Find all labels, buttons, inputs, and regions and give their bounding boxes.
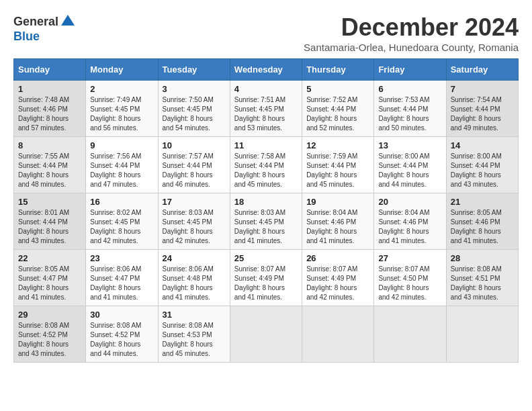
day-info: Sunrise: 8:00 AMSunset: 4:44 PMDaylight:… xyxy=(451,152,514,189)
calendar-cell: 14Sunrise: 8:00 AMSunset: 4:44 PMDayligh… xyxy=(446,137,518,193)
day-number: 23 xyxy=(90,253,153,263)
calendar-header-row: SundayMondayTuesdayWednesdayThursdayFrid… xyxy=(14,59,519,81)
day-info: Sunrise: 7:59 AMSunset: 4:44 PMDaylight:… xyxy=(306,152,369,189)
day-number: 25 xyxy=(234,253,298,263)
logo-general: General xyxy=(13,15,58,29)
day-info: Sunrise: 7:56 AMSunset: 4:44 PMDaylight:… xyxy=(90,152,153,189)
day-info: Sunrise: 8:07 AMSunset: 4:49 PMDaylight:… xyxy=(306,265,369,302)
calendar-title: December 2024 xyxy=(304,13,519,42)
calendar-cell: 19Sunrise: 8:04 AMSunset: 4:46 PMDayligh… xyxy=(302,193,374,250)
day-number: 13 xyxy=(378,140,441,150)
calendar-cell: 10Sunrise: 7:57 AMSunset: 4:44 PMDayligh… xyxy=(158,137,230,193)
calendar-cell: 20Sunrise: 8:04 AMSunset: 4:46 PMDayligh… xyxy=(374,193,446,250)
logo-icon xyxy=(60,13,76,30)
day-info: Sunrise: 8:08 AMSunset: 4:51 PMDaylight:… xyxy=(451,265,514,302)
day-info: Sunrise: 8:06 AMSunset: 4:47 PMDaylight:… xyxy=(90,265,153,302)
day-info: Sunrise: 8:01 AMSunset: 4:44 PMDaylight:… xyxy=(18,208,81,246)
day-number: 5 xyxy=(306,84,369,94)
day-number: 3 xyxy=(163,84,226,94)
calendar-cell: 28Sunrise: 8:08 AMSunset: 4:51 PMDayligh… xyxy=(446,250,518,306)
day-number: 18 xyxy=(234,197,298,207)
calendar-cell xyxy=(374,306,446,363)
day-info: Sunrise: 8:03 AMSunset: 4:45 PMDaylight:… xyxy=(163,208,226,246)
calendar-cell: 12Sunrise: 7:59 AMSunset: 4:44 PMDayligh… xyxy=(302,137,374,193)
svg-marker-0 xyxy=(61,15,75,26)
calendar-cell: 13Sunrise: 8:00 AMSunset: 4:44 PMDayligh… xyxy=(374,137,446,193)
day-number: 29 xyxy=(18,310,81,320)
day-info: Sunrise: 8:04 AMSunset: 4:46 PMDaylight:… xyxy=(306,208,369,246)
day-info: Sunrise: 7:53 AMSunset: 4:44 PMDaylight:… xyxy=(378,95,441,133)
header-tuesday: Tuesday xyxy=(158,59,230,81)
calendar-cell: 25Sunrise: 8:07 AMSunset: 4:49 PMDayligh… xyxy=(230,250,302,306)
calendar-cell: 4Sunrise: 7:51 AMSunset: 4:45 PMDaylight… xyxy=(230,81,302,137)
day-info: Sunrise: 7:48 AMSunset: 4:46 PMDaylight:… xyxy=(18,95,81,133)
day-number: 28 xyxy=(451,253,514,263)
calendar-cell: 5Sunrise: 7:52 AMSunset: 4:44 PMDaylight… xyxy=(302,81,374,137)
week-row-4: 22Sunrise: 8:05 AMSunset: 4:47 PMDayligh… xyxy=(14,250,519,306)
day-number: 24 xyxy=(163,253,226,263)
day-info: Sunrise: 8:07 AMSunset: 4:49 PMDaylight:… xyxy=(234,265,298,302)
calendar-table: SundayMondayTuesdayWednesdayThursdayFrid… xyxy=(13,58,519,363)
calendar-cell: 31Sunrise: 8:08 AMSunset: 4:53 PMDayligh… xyxy=(158,306,230,363)
day-info: Sunrise: 7:49 AMSunset: 4:45 PMDaylight:… xyxy=(90,95,153,133)
calendar-cell: 22Sunrise: 8:05 AMSunset: 4:47 PMDayligh… xyxy=(14,250,86,306)
day-info: Sunrise: 8:04 AMSunset: 4:46 PMDaylight:… xyxy=(378,208,441,246)
header-friday: Friday xyxy=(374,59,446,81)
calendar-cell xyxy=(446,306,518,363)
day-info: Sunrise: 7:51 AMSunset: 4:45 PMDaylight:… xyxy=(234,95,298,133)
day-info: Sunrise: 8:06 AMSunset: 4:48 PMDaylight:… xyxy=(163,265,226,302)
day-info: Sunrise: 8:08 AMSunset: 4:53 PMDaylight:… xyxy=(163,321,226,359)
day-info: Sunrise: 8:02 AMSunset: 4:45 PMDaylight:… xyxy=(90,208,153,246)
day-number: 16 xyxy=(90,197,153,207)
calendar-cell: 24Sunrise: 8:06 AMSunset: 4:48 PMDayligh… xyxy=(158,250,230,306)
calendar-cell: 16Sunrise: 8:02 AMSunset: 4:45 PMDayligh… xyxy=(86,193,158,250)
page-header: General Blue December 2024 Santamaria-Or… xyxy=(13,13,519,53)
day-info: Sunrise: 7:58 AMSunset: 4:44 PMDaylight:… xyxy=(234,152,298,189)
calendar-cell: 15Sunrise: 8:01 AMSunset: 4:44 PMDayligh… xyxy=(14,193,86,250)
day-number: 14 xyxy=(451,140,514,150)
day-number: 10 xyxy=(163,140,226,150)
calendar-cell: 1Sunrise: 7:48 AMSunset: 4:46 PMDaylight… xyxy=(14,81,86,137)
day-number: 26 xyxy=(306,253,369,263)
calendar-cell: 11Sunrise: 7:58 AMSunset: 4:44 PMDayligh… xyxy=(230,137,302,193)
day-info: Sunrise: 7:55 AMSunset: 4:44 PMDaylight:… xyxy=(18,152,81,189)
calendar-cell: 30Sunrise: 8:08 AMSunset: 4:52 PMDayligh… xyxy=(86,306,158,363)
day-number: 19 xyxy=(306,197,369,207)
day-number: 8 xyxy=(18,140,81,150)
week-row-2: 8Sunrise: 7:55 AMSunset: 4:44 PMDaylight… xyxy=(14,137,519,193)
calendar-cell: 8Sunrise: 7:55 AMSunset: 4:44 PMDaylight… xyxy=(14,137,86,193)
calendar-cell: 7Sunrise: 7:54 AMSunset: 4:44 PMDaylight… xyxy=(446,81,518,137)
day-number: 22 xyxy=(18,253,81,263)
day-number: 21 xyxy=(451,197,514,207)
day-info: Sunrise: 8:05 AMSunset: 4:47 PMDaylight:… xyxy=(18,265,81,302)
day-number: 2 xyxy=(90,84,153,94)
day-number: 27 xyxy=(378,253,441,263)
day-number: 4 xyxy=(234,84,298,94)
calendar-cell: 21Sunrise: 8:05 AMSunset: 4:46 PMDayligh… xyxy=(446,193,518,250)
day-number: 31 xyxy=(163,310,226,320)
calendar-cell: 23Sunrise: 8:06 AMSunset: 4:47 PMDayligh… xyxy=(86,250,158,306)
calendar-cell: 27Sunrise: 8:07 AMSunset: 4:50 PMDayligh… xyxy=(374,250,446,306)
day-info: Sunrise: 8:05 AMSunset: 4:46 PMDaylight:… xyxy=(451,208,514,246)
calendar-cell: 17Sunrise: 8:03 AMSunset: 4:45 PMDayligh… xyxy=(158,193,230,250)
header-thursday: Thursday xyxy=(302,59,374,81)
day-number: 9 xyxy=(90,140,153,150)
day-number: 11 xyxy=(234,140,298,150)
header-monday: Monday xyxy=(86,59,158,81)
title-section: December 2024 Santamaria-Orlea, Hunedoar… xyxy=(304,13,519,53)
day-number: 12 xyxy=(306,140,369,150)
header-wednesday: Wednesday xyxy=(230,59,302,81)
day-info: Sunrise: 8:08 AMSunset: 4:52 PMDaylight:… xyxy=(18,321,81,359)
day-number: 20 xyxy=(378,197,441,207)
day-number: 6 xyxy=(378,84,441,94)
day-number: 15 xyxy=(18,197,81,207)
week-row-5: 29Sunrise: 8:08 AMSunset: 4:52 PMDayligh… xyxy=(14,306,519,363)
calendar-cell: 26Sunrise: 8:07 AMSunset: 4:49 PMDayligh… xyxy=(302,250,374,306)
logo: General Blue xyxy=(13,13,76,44)
week-row-3: 15Sunrise: 8:01 AMSunset: 4:44 PMDayligh… xyxy=(14,193,519,250)
day-info: Sunrise: 8:03 AMSunset: 4:45 PMDaylight:… xyxy=(234,208,298,246)
calendar-cell xyxy=(302,306,374,363)
day-number: 7 xyxy=(451,84,514,94)
calendar-cell: 2Sunrise: 7:49 AMSunset: 4:45 PMDaylight… xyxy=(86,81,158,137)
day-number: 17 xyxy=(163,197,226,207)
